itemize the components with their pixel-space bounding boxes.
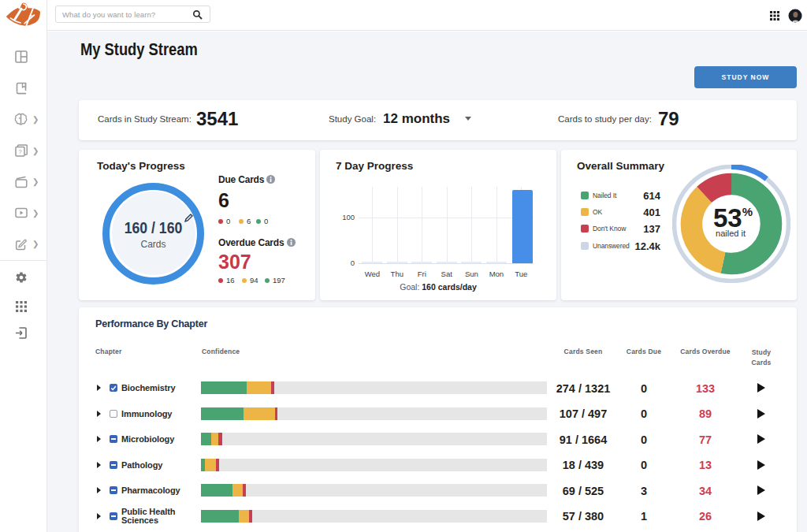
svg-text:?: ? — [18, 148, 21, 155]
